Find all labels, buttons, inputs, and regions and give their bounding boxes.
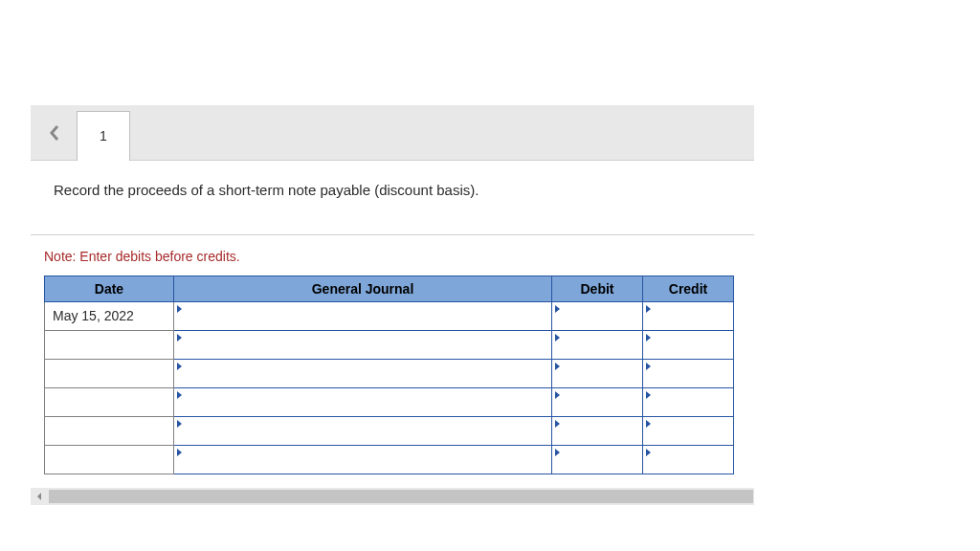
dropdown-icon (555, 334, 560, 342)
table-row (45, 416, 734, 445)
dropdown-icon (646, 420, 651, 428)
cell-date[interactable]: May 15, 2022 (45, 301, 174, 330)
scroll-track[interactable] (49, 490, 753, 503)
cell-date[interactable] (45, 416, 174, 445)
dropdown-icon (646, 334, 651, 342)
instruction-text: Record the proceeds of a short-term note… (54, 180, 731, 202)
table-row (45, 359, 734, 387)
tab-1[interactable]: 1 (77, 111, 130, 161)
dropdown-icon (555, 449, 560, 456)
tab-bar: 1 (31, 105, 754, 161)
cell-journal[interactable] (174, 301, 552, 330)
note-text: Note: Enter debits before credits. (44, 249, 754, 264)
cell-debit[interactable] (552, 330, 643, 359)
cell-debit[interactable] (552, 359, 643, 387)
cell-journal[interactable] (174, 416, 552, 445)
cell-credit[interactable] (643, 387, 734, 416)
tab-label: 1 (100, 128, 107, 143)
table-row (45, 330, 734, 359)
cell-debit[interactable] (552, 445, 643, 474)
dropdown-icon (555, 363, 560, 370)
cell-debit[interactable] (552, 387, 643, 416)
table-row: May 15, 2022 (45, 301, 734, 330)
cell-date[interactable] (45, 359, 174, 387)
dropdown-icon (555, 420, 560, 428)
dropdown-icon (177, 420, 182, 428)
cell-date[interactable] (45, 445, 174, 474)
journal-table: Date General Journal Debit Credit May 15… (44, 276, 734, 474)
dropdown-icon (555, 391, 560, 399)
journal-entry-panel: 1 Record the proceeds of a short-term no… (31, 105, 754, 505)
chevron-left-icon (49, 124, 60, 142)
dropdown-icon (646, 363, 651, 370)
dropdown-icon (646, 449, 651, 456)
table-row (45, 387, 734, 416)
cell-debit[interactable] (552, 301, 643, 330)
svg-marker-0 (37, 493, 41, 500)
table-row (45, 445, 734, 474)
cell-credit[interactable] (643, 301, 734, 330)
cell-date[interactable] (45, 330, 174, 359)
back-button[interactable] (46, 124, 63, 142)
dropdown-icon (177, 449, 182, 456)
dropdown-icon (177, 334, 182, 342)
dropdown-icon (177, 305, 182, 313)
dropdown-icon (177, 391, 182, 399)
cell-journal[interactable] (174, 359, 552, 387)
horizontal-scrollbar[interactable] (31, 488, 754, 505)
instruction-panel: Record the proceeds of a short-term note… (31, 161, 754, 235)
dropdown-icon (555, 305, 560, 313)
cell-credit[interactable] (643, 445, 734, 474)
dropdown-icon (646, 305, 651, 313)
dropdown-icon (646, 391, 651, 399)
cell-journal[interactable] (174, 330, 552, 359)
header-debit: Debit (552, 276, 643, 301)
header-journal: General Journal (174, 276, 552, 301)
cell-debit[interactable] (552, 416, 643, 445)
dropdown-icon (177, 363, 182, 370)
cell-credit[interactable] (643, 330, 734, 359)
scroll-left-icon (31, 488, 48, 505)
header-credit: Credit (643, 276, 734, 301)
cell-date[interactable] (45, 387, 174, 416)
cell-journal[interactable] (174, 445, 552, 474)
cell-credit[interactable] (643, 416, 734, 445)
cell-credit[interactable] (643, 359, 734, 387)
cell-journal[interactable] (174, 387, 552, 416)
header-date: Date (45, 276, 174, 301)
